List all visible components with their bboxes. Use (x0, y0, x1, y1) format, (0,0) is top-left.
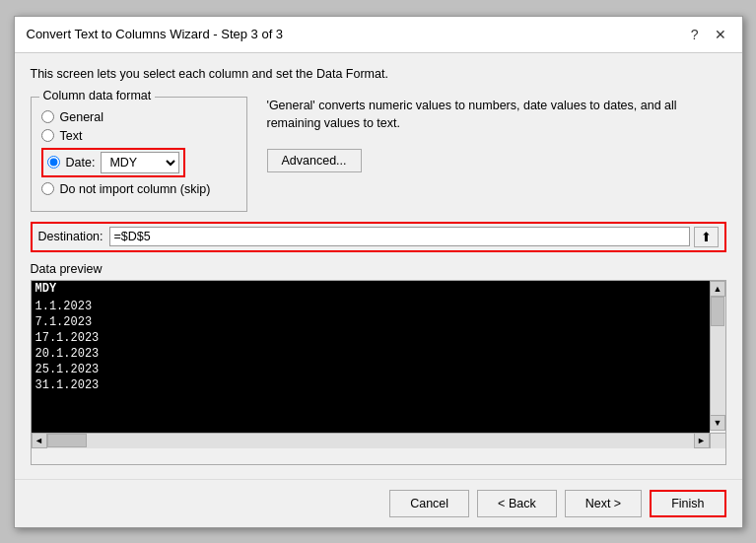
date-row: Date: MDY DMY YMD MYD DYM YDM (41, 148, 237, 177)
destination-input[interactable] (109, 227, 690, 246)
preview-label: Data preview (31, 262, 726, 276)
text-radio[interactable] (41, 129, 54, 142)
text-row: Text (41, 129, 237, 143)
date-format-select[interactable]: MDY DMY YMD MYD DYM YDM (101, 152, 179, 173)
dialog-body: This screen lets you select each column … (15, 53, 742, 479)
left-panel: Column data format General Text (31, 95, 247, 212)
scroll-thumb-v[interactable] (711, 297, 724, 326)
date-radio[interactable] (47, 156, 60, 169)
next-button[interactable]: Next > (565, 490, 642, 517)
close-button[interactable]: ✕ (711, 25, 730, 44)
preview-row-5: 25.1.2023 (32, 362, 710, 377)
preview-section: Data preview MDY 1.1.2023 7.1.2023 17.1.… (31, 262, 726, 465)
text-label: Text (60, 129, 83, 143)
scroll-corner (710, 433, 725, 448)
general-label: General (60, 110, 103, 124)
info-text: 'General' converts numeric values to num… (267, 97, 726, 134)
title-controls: ? ✕ (687, 25, 730, 44)
scroll-track-v (711, 297, 725, 415)
preview-header: MDY (32, 281, 710, 299)
back-button[interactable]: < Back (477, 490, 557, 517)
footer: Cancel < Back Next > Finish (15, 479, 742, 527)
help-button[interactable]: ? (687, 25, 703, 44)
column-format-label: Column data format (39, 89, 156, 102)
preview-data-area: MDY 1.1.2023 7.1.2023 17.1.2023 20.1.202… (32, 281, 710, 433)
destination-row: Destination: ⬆ (31, 222, 726, 252)
general-radio[interactable] (41, 110, 54, 123)
skip-row: Do not import column (skip) (41, 182, 237, 196)
intro-text: This screen lets you select each column … (31, 67, 726, 81)
destination-label: Destination: (38, 230, 103, 243)
title-bar: Convert Text to Columns Wizard - Step 3 … (15, 17, 742, 53)
scroll-right-arrow[interactable]: ► (694, 433, 710, 448)
column-format-group: Column data format General Text (31, 97, 247, 212)
vertical-scrollbar: ▲ ▼ (710, 281, 725, 431)
preview-row-1: 1.1.2023 (32, 299, 710, 314)
preview-row-3: 17.1.2023 (32, 330, 710, 346)
finish-button[interactable]: Finish (650, 490, 725, 517)
scroll-left-arrow[interactable]: ◄ (32, 433, 47, 448)
preview-outer: MDY 1.1.2023 7.1.2023 17.1.2023 20.1.202… (31, 280, 726, 465)
preview-row-2: 7.1.2023 (32, 314, 710, 330)
preview-row-4: 20.1.2023 (32, 346, 710, 362)
preview-content-wrap: MDY 1.1.2023 7.1.2023 17.1.2023 20.1.202… (32, 281, 725, 448)
skip-radio[interactable] (41, 182, 54, 195)
scroll-down-arrow[interactable]: ▼ (710, 415, 725, 431)
dialog-title: Convert Text to Columns Wizard - Step 3 … (27, 27, 284, 41)
scroll-thumb-h[interactable] (47, 434, 87, 447)
convert-text-dialog: Convert Text to Columns Wizard - Step 3 … (14, 16, 743, 528)
scroll-track-h (47, 434, 694, 448)
preview-row-6: 31.1.2023 (32, 377, 710, 393)
right-panel: 'General' converts numeric values to num… (267, 95, 726, 173)
advanced-button[interactable]: Advanced... (267, 149, 362, 172)
cancel-button[interactable]: Cancel (389, 490, 469, 517)
general-row: General (41, 110, 237, 124)
collapse-button[interactable]: ⬆ (694, 227, 719, 247)
date-radio-box: Date: MDY DMY YMD MYD DYM YDM (41, 148, 186, 177)
main-content: Column data format General Text (31, 95, 726, 212)
date-label: Date: (66, 156, 96, 170)
skip-label: Do not import column (skip) (60, 182, 211, 196)
scroll-up-arrow[interactable]: ▲ (710, 281, 725, 297)
horizontal-scrollbar: ◄ ► (32, 433, 710, 448)
